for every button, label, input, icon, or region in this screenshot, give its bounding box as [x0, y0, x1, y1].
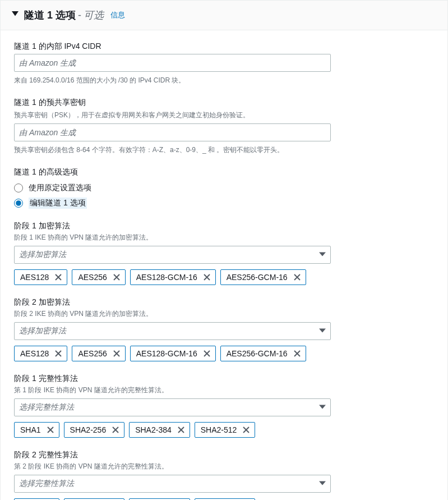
panel-subtitle: 可选: [84, 8, 104, 22]
phase2-enc-select[interactable]: 选择加密算法: [14, 322, 331, 340]
tag-item: SHA2-512: [195, 422, 256, 438]
close-icon[interactable]: [54, 273, 62, 281]
phase2-enc-label: 阶段 2 加密算法: [14, 297, 434, 308]
svg-marker-1: [319, 252, 326, 256]
svg-marker-19: [319, 405, 326, 409]
close-icon[interactable]: [54, 350, 62, 357]
close-icon[interactable]: [203, 350, 211, 357]
phase2-int-select[interactable]: 选择完整性算法: [14, 475, 331, 493]
panel-header[interactable]: 隧道 1 选项 - 可选 信息: [1, 1, 447, 30]
field-phase1-enc: 阶段 1 加密算法 阶段 1 IKE 协商的 VPN 隧道允许的加密算法。 选择…: [14, 221, 434, 285]
svg-marker-28: [319, 481, 326, 485]
ipv4-cidr-input[interactable]: [14, 54, 331, 72]
field-advanced: 隧道 1 的高级选项 使用原定设置选项 编辑隧道 1 选项: [14, 167, 434, 209]
close-icon[interactable]: [293, 350, 301, 357]
phase1-int-label: 阶段 1 完整性算法: [14, 374, 434, 384]
panel-separator: -: [78, 10, 81, 21]
tag-item: AES128: [14, 346, 67, 361]
phase1-enc-select[interactable]: 选择加密算法: [14, 246, 331, 264]
chevron-down-icon: [319, 327, 326, 336]
tag-label: SHA2-512: [201, 425, 237, 434]
phase2-enc-desc: 阶段 2 IKE 协商的 VPN 隧道允许的加密算法。: [14, 309, 434, 319]
field-phase2-enc: 阶段 2 加密算法 阶段 2 IKE 协商的 VPN 隧道允许的加密算法。 选择…: [14, 297, 434, 361]
phase1-enc-tags: AES128AES256AES128-GCM-16AES256-GCM-16: [14, 269, 434, 285]
tag-item: AES128-GCM-16: [130, 346, 216, 361]
phase2-enc-tags: AES128AES256AES128-GCM-16AES256-GCM-16: [14, 346, 434, 361]
tag-label: AES256: [78, 273, 107, 282]
svg-marker-10: [319, 328, 326, 332]
tag-item: AES128-GCM-16: [130, 269, 216, 285]
panel-title: 隧道 1 选项: [24, 8, 76, 22]
ipv4-cidr-label: 隧道 1 的内部 IPv4 CIDR: [14, 42, 434, 52]
radio-edit-input[interactable]: [14, 199, 23, 208]
radio-default-input[interactable]: [14, 184, 23, 192]
psk-input[interactable]: [14, 123, 331, 141]
close-icon[interactable]: [242, 426, 250, 434]
tag-item: SHA2-384: [129, 422, 190, 438]
phase1-enc-placeholder: 选择加密算法: [19, 250, 66, 260]
tag-label: AES128-GCM-16: [136, 273, 197, 282]
psk-help: 预共享密钥必须包含 8-64 个字符。有效字符：A-Z、a-z、0-9、_ 和 …: [14, 145, 434, 155]
tag-item: AES256-GCM-16: [220, 346, 306, 361]
close-icon[interactable]: [203, 273, 211, 281]
tag-label: AES128: [20, 273, 49, 282]
close-icon[interactable]: [112, 426, 119, 434]
phase1-int-select[interactable]: 选择完整性算法: [14, 398, 331, 416]
radio-default-option[interactable]: 使用原定设置选项: [14, 183, 434, 193]
close-icon[interactable]: [113, 350, 121, 357]
collapse-caret-icon[interactable]: [12, 11, 19, 20]
radio-edit-label: 编辑隧道 1 选项: [29, 198, 87, 209]
tag-item: AES128: [14, 269, 67, 285]
chevron-down-icon: [319, 403, 326, 412]
chevron-down-icon: [319, 250, 326, 259]
radio-edit-option[interactable]: 编辑隧道 1 选项: [14, 198, 434, 209]
phase2-int-desc: 第 2 阶段 IKE 协商的 VPN 隧道允许的完整性算法。: [14, 461, 434, 471]
close-icon[interactable]: [293, 273, 301, 281]
tag-item: AES256-GCM-16: [220, 269, 306, 285]
psk-desc: 预共享密钥（PSK），用于在虚拟专用网关和客户网关之间建立初始身份验证。: [14, 110, 434, 120]
psk-label: 隧道 1 的预共享密钥: [14, 98, 434, 108]
phase1-enc-label: 阶段 1 加密算法: [14, 221, 434, 231]
tag-label: AES256-GCM-16: [227, 349, 288, 358]
tag-label: AES128: [20, 349, 49, 358]
tag-item: AES256: [72, 269, 125, 285]
field-phase1-int: 阶段 1 完整性算法 第 1 阶段 IKE 协商的 VPN 隧道允许的完整性算法…: [14, 374, 434, 438]
advanced-label: 隧道 1 的高级选项: [14, 167, 434, 177]
phase2-int-label: 阶段 2 完整性算法: [14, 450, 434, 460]
radio-default-label: 使用原定设置选项: [29, 183, 91, 193]
field-phase2-int: 阶段 2 完整性算法 第 2 阶段 IKE 协商的 VPN 隧道允许的完整性算法…: [14, 450, 434, 500]
tag-item: SHA1: [14, 422, 59, 438]
info-link[interactable]: 信息: [110, 10, 125, 20]
phase1-int-tags: SHA1SHA2-256SHA2-384SHA2-512: [14, 422, 434, 438]
close-icon[interactable]: [177, 426, 185, 434]
close-icon[interactable]: [113, 273, 121, 281]
tag-item: AES256: [72, 346, 125, 361]
phase2-int-placeholder: 选择完整性算法: [19, 479, 74, 489]
phase2-enc-placeholder: 选择加密算法: [19, 326, 66, 336]
field-ipv4-cidr: 隧道 1 的内部 IPv4 CIDR 来自 169.254.0.0/16 范围的…: [14, 42, 434, 85]
tag-label: SHA2-384: [135, 425, 172, 434]
tag-item: SHA2-256: [64, 422, 125, 438]
phase1-enc-desc: 阶段 1 IKE 协商的 VPN 隧道允许的加密算法。: [14, 232, 434, 242]
phase1-int-placeholder: 选择完整性算法: [19, 402, 74, 412]
tag-label: AES256: [78, 349, 107, 358]
chevron-down-icon: [319, 479, 326, 488]
close-icon[interactable]: [47, 426, 54, 434]
tag-label: AES128-GCM-16: [136, 349, 197, 358]
field-psk: 隧道 1 的预共享密钥 预共享密钥（PSK），用于在虚拟专用网关和客户网关之间建…: [14, 98, 434, 155]
tag-label: SHA2-256: [70, 425, 107, 434]
svg-marker-0: [12, 11, 19, 16]
tag-label: SHA1: [20, 425, 41, 434]
tag-label: AES256-GCM-16: [227, 273, 288, 282]
ipv4-cidr-help: 来自 169.254.0.0/16 范围的大小为 /30 的 IPv4 CIDR…: [14, 75, 434, 85]
phase1-int-desc: 第 1 阶段 IKE 协商的 VPN 隧道允许的完整性算法。: [14, 385, 434, 395]
